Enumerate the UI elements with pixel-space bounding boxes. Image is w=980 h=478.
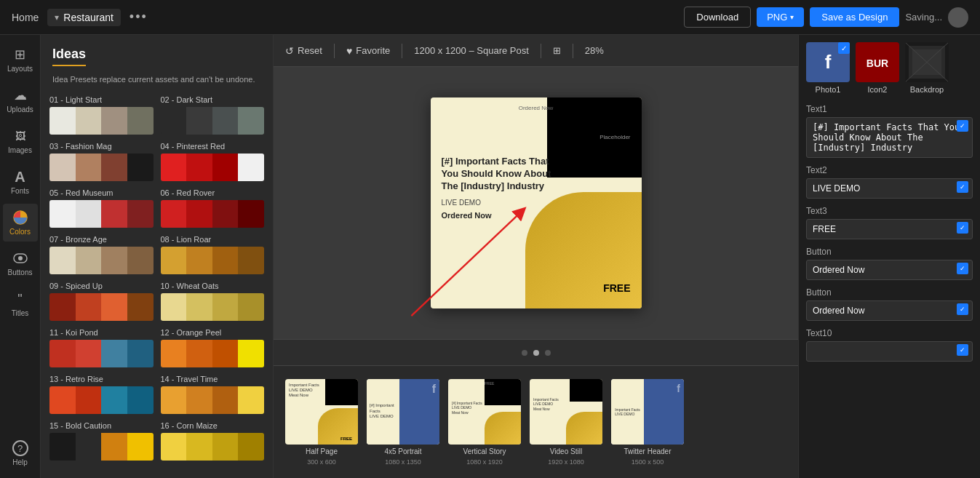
ideas-panel-header: Ideas [41, 35, 273, 69]
idea-label-02: 02 - Dark Start [161, 95, 265, 104]
svg-point-2 [18, 256, 23, 260]
swatch-piece [238, 386, 264, 414]
idea-item-10[interactable]: 10 - Wheat Oats [161, 282, 265, 321]
swatch-piece [238, 293, 264, 321]
swatch-piece [161, 154, 187, 181]
swatch-piece [49, 386, 76, 414]
button1-input[interactable] [806, 260, 973, 280]
idea-label-14: 14 - Travel Time [161, 375, 265, 383]
save-design-button[interactable]: Save as Design [810, 7, 899, 27]
text3-input[interactable] [806, 219, 973, 239]
canvas-viewport[interactable]: FREE Ordered Now Placeholder [#] Importa… [274, 67, 798, 339]
asset-label-photo1: Photo1 [816, 85, 841, 94]
idea-item-02[interactable]: 02 - Dark Start [161, 95, 265, 135]
swatch-piece [76, 154, 102, 181]
idea-item-13[interactable]: 13 - Retro Rise [49, 375, 154, 414]
toolbar-separator [334, 44, 335, 58]
zoom-label: 28% [585, 45, 604, 56]
text1-group: Text1 [#] Important Facts That You Shoul… [806, 104, 973, 158]
download-button[interactable]: Download [684, 7, 751, 28]
swatch-piece [101, 247, 127, 274]
asset-label-backdrop: Backdrop [910, 85, 944, 94]
images-icon: 🖼 [12, 128, 28, 144]
size-selector[interactable]: 1200 x 1200 – Square Post [414, 45, 529, 56]
text10-input[interactable] [806, 341, 973, 362]
swatch-piece [127, 386, 154, 414]
grid-view-button[interactable]: ⊞ [553, 45, 561, 56]
zoom-control[interactable]: 28% [585, 45, 604, 56]
swatch-piece [161, 247, 187, 274]
sidebar-item-images[interactable]: 🖼 Images [3, 122, 38, 160]
thumb-img-video-still: Important FactsLIVE DEMOMeat Now [530, 379, 602, 445]
idea-swatch-13 [49, 386, 154, 414]
idea-item-01[interactable]: 01 - Light Start [49, 95, 154, 135]
idea-swatch-01 [49, 107, 154, 135]
idea-label-15: 15 - Bold Caution [49, 421, 154, 430]
swatch-piece [212, 200, 239, 228]
sidebar-item-titles[interactable]: " Titles [3, 285, 38, 323]
thumbnail-twitter-header[interactable]: Important FactsLIVE DEMO f Twitter Heade… [611, 379, 684, 466]
idea-item-16[interactable]: 16 - Corn Maize [161, 421, 265, 461]
favorite-button[interactable]: ♥ Favorite [346, 45, 390, 57]
idea-swatch-09 [49, 293, 154, 321]
thumbnail-video-still[interactable]: Important FactsLIVE DEMOMeat Now Video S… [530, 379, 602, 466]
idea-item-05[interactable]: 05 - Red Museum [49, 188, 154, 228]
swatch-piece [161, 433, 187, 461]
idea-item-11[interactable]: 11 - Koi Pond [49, 328, 154, 367]
thumbnail-vertical-story[interactable]: [#] Important FactsLIVE DEMOMeat Now FRE… [448, 379, 521, 466]
text1-check: ✓ [957, 120, 968, 132]
text1-input[interactable]: [#] Important Facts That You Should Know… [806, 117, 973, 158]
idea-item-12[interactable]: 12 - Orange Peel [161, 328, 265, 367]
thumbnail-half-page[interactable]: Important FactsLIVE DEMOMeat Now FREE Ha… [285, 379, 358, 466]
swatch-piece [101, 200, 127, 228]
asset-icon2[interactable]: BUR Icon2 [856, 42, 899, 94]
nav-dot-2[interactable] [533, 350, 539, 356]
png-button[interactable]: PNG ▾ [757, 7, 804, 27]
more-options-button[interactable]: ••• [130, 9, 148, 25]
sidebar-item-fonts[interactable]: A Fonts [3, 163, 38, 201]
project-selector[interactable]: ▾ Restaurant [47, 9, 120, 26]
idea-swatch-02 [161, 107, 265, 135]
idea-item-04[interactable]: 04 - Pinterest Red [161, 142, 265, 181]
swatch-piece [101, 340, 127, 367]
swatch-piece [101, 386, 127, 414]
photo1-check: ✓ [838, 42, 850, 54]
sidebar-item-layouts[interactable]: ⊞ Layouts [3, 41, 38, 79]
swatch-piece [127, 433, 154, 461]
idea-item-15[interactable]: 15 - Bold Caution [49, 421, 154, 461]
button2-input[interactable] [806, 300, 973, 321]
idea-item-14[interactable]: 14 - Travel Time [161, 375, 265, 414]
colors-icon [12, 210, 28, 226]
nav-dot-1[interactable] [522, 350, 527, 356]
idea-swatch-04 [161, 154, 265, 181]
text1-label: Text1 [806, 104, 973, 114]
ideas-grid: 01 - Light Start02 - Dark Start03 - Fash… [41, 92, 273, 469]
idea-item-07[interactable]: 07 - Bronze Age [49, 235, 154, 274]
thumbnail-4x5-portrait[interactable]: [#] Important FactsLIVE DEMO f 4x5 Portr… [367, 379, 439, 466]
user-avatar[interactable] [948, 7, 968, 28]
reset-button[interactable]: ↺ Reset [285, 45, 322, 57]
text2-input[interactable] [806, 178, 973, 199]
idea-item-06[interactable]: 06 - Red Rover [161, 188, 265, 228]
asset-photo1[interactable]: f Photo1 ✓ [806, 42, 850, 94]
idea-swatch-15 [49, 433, 154, 461]
uploads-icon: ☁ [12, 87, 28, 103]
sidebar-item-colors[interactable]: Colors [3, 204, 38, 242]
swatch-piece [76, 107, 102, 135]
sidebar-item-help[interactable]: ? Help [3, 434, 38, 472]
asset-backdrop[interactable]: Backdrop [905, 42, 949, 94]
idea-item-08[interactable]: 08 - Lion Roar [161, 235, 265, 274]
text10-label: Text10 [806, 328, 973, 338]
swatch-piece [238, 200, 264, 228]
idea-item-09[interactable]: 09 - Spiced Up [49, 282, 154, 321]
nav-dot-3[interactable] [545, 350, 551, 356]
idea-label-12: 12 - Orange Peel [161, 328, 265, 337]
sidebar-item-uploads[interactable]: ☁ Uploads [3, 81, 38, 119]
canvas-text-block: [#] Important Facts That You Should Know… [442, 156, 558, 220]
idea-item-03[interactable]: 03 - Fashion Mag [49, 142, 154, 181]
swatch-piece [186, 107, 212, 135]
idea-label-07: 07 - Bronze Age [49, 235, 154, 244]
help-icon: ? [12, 440, 28, 456]
sidebar-item-buttons[interactable]: Buttons [3, 244, 38, 282]
home-link[interactable]: Home [12, 12, 39, 23]
